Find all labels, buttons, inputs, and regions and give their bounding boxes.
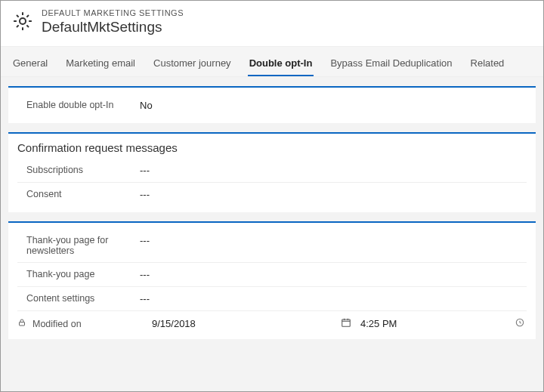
form-content: Enable double opt-In No Confirmation req… — [1, 77, 543, 391]
field-thankyou-newsletters[interactable]: Thank-you page for newsletters --- — [17, 229, 527, 263]
content-settings-value: --- — [140, 293, 527, 304]
consent-label: Consent — [26, 189, 140, 199]
section-enable: Enable double opt-In No — [8, 86, 536, 123]
consent-value: --- — [140, 189, 527, 200]
page-subtitle: DEFAULT MARKETING SETTINGS — [42, 8, 184, 17]
page-title: DefaultMktSettings — [42, 19, 184, 35]
modified-on-time[interactable]: 4:25 PM — [360, 318, 515, 329]
tab-double-opt-in[interactable]: Double opt-In — [248, 53, 314, 76]
calendar-icon[interactable] — [341, 317, 354, 330]
ty-page-value: --- — [140, 269, 527, 280]
field-enable-double-opt-in[interactable]: Enable double opt-In No — [17, 94, 527, 117]
enable-label: Enable double opt-In — [26, 100, 140, 110]
modified-on-date[interactable]: 9/15/2018 — [152, 318, 341, 329]
subscriptions-value: --- — [140, 165, 527, 176]
section-title-confirmation: Confirmation request messages — [17, 140, 527, 159]
ty-news-value: --- — [140, 235, 527, 246]
tab-general[interactable]: General — [11, 53, 49, 76]
section-confirmation-messages: Confirmation request messages Subscripti… — [8, 132, 536, 212]
enable-value: No — [140, 100, 527, 111]
svg-rect-1 — [20, 323, 25, 326]
ty-page-label: Thank-you page — [26, 269, 140, 279]
gear-icon — [11, 10, 34, 32]
svg-rect-2 — [342, 319, 351, 326]
field-content-settings[interactable]: Content settings --- — [17, 287, 527, 311]
field-consent[interactable]: Consent --- — [17, 183, 527, 206]
field-modified-on: Modified on 9/15/2018 4:25 PM — [17, 311, 527, 333]
content-settings-label: Content settings — [26, 293, 140, 304]
subscriptions-label: Subscriptions — [26, 165, 140, 175]
header-text: DEFAULT MARKETING SETTINGS DefaultMktSet… — [42, 8, 184, 35]
tab-related[interactable]: Related — [469, 53, 506, 76]
lock-icon — [17, 318, 28, 329]
tab-customer-journey[interactable]: Customer journey — [152, 53, 233, 76]
clock-icon[interactable] — [515, 317, 527, 330]
settings-window: DEFAULT MARKETING SETTINGS DefaultMktSet… — [0, 0, 544, 392]
tab-bar: General Marketing email Customer journey… — [1, 46, 543, 77]
tab-marketing-email[interactable]: Marketing email — [64, 53, 137, 76]
page-header: DEFAULT MARKETING SETTINGS DefaultMktSet… — [1, 1, 543, 46]
tab-bypass-email-dedup[interactable]: Bypass Email Deduplication — [329, 53, 453, 76]
svg-point-0 — [20, 18, 26, 24]
ty-news-label: Thank-you page for newsletters — [26, 235, 140, 256]
field-subscriptions[interactable]: Subscriptions --- — [17, 159, 527, 183]
field-thankyou-page[interactable]: Thank-you page --- — [17, 263, 527, 287]
modified-on-label: Modified on — [32, 319, 152, 329]
section-thankyou-settings: Thank-you page for newsletters --- Thank… — [8, 221, 536, 339]
